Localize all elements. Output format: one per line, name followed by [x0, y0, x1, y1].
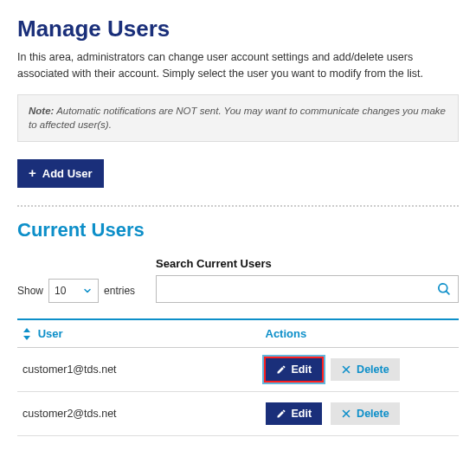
delete-label: Delete [357, 363, 389, 376]
search-label: Search Current Users [156, 257, 459, 270]
add-user-label: Add User [42, 167, 93, 180]
users-table: User Actions customer1@tds.netEditDelete… [17, 318, 459, 437]
col-user-header[interactable]: User [17, 319, 261, 348]
search-icon[interactable] [429, 281, 458, 296]
edit-button[interactable]: Edit [266, 402, 323, 425]
table-row: customer1@tds.netEditDelete [17, 348, 459, 392]
page-size-control: Show 10 entries [17, 263, 135, 303]
delete-button[interactable]: Delete [331, 402, 400, 425]
actions-cell: EditDelete [261, 392, 460, 436]
add-user-button[interactable]: + Add User [17, 159, 104, 188]
pencil-icon [276, 364, 286, 375]
section-divider [17, 205, 459, 207]
current-users-heading: Current Users [17, 219, 459, 241]
page-size-value: 10 [55, 285, 66, 297]
user-cell: customer2@tds.net [17, 392, 261, 436]
page-intro: In this area, administrators can change … [17, 49, 459, 82]
entries-label: entries [104, 285, 135, 297]
note-text: Automatic notifications are NOT sent. Yo… [29, 106, 446, 131]
edit-button[interactable]: Edit [266, 358, 323, 381]
col-actions-label: Actions [266, 327, 307, 340]
user-cell: customer1@tds.net [17, 348, 261, 392]
close-icon [341, 408, 351, 419]
note-label: Note: [29, 106, 54, 116]
pencil-icon [276, 408, 286, 419]
chevron-down-icon [82, 286, 93, 296]
table-row: customer2@tds.netEditDelete [17, 392, 459, 436]
delete-button[interactable]: Delete [331, 358, 400, 381]
svg-line-1 [446, 292, 448, 294]
edit-label: Edit [292, 363, 312, 376]
sort-icon [23, 328, 31, 340]
show-label: Show [17, 285, 43, 297]
col-user-label: User [38, 327, 63, 340]
svg-marker-2 [23, 328, 30, 332]
edit-label: Edit [292, 408, 312, 420]
search-input[interactable] [157, 276, 429, 302]
note-box: Note: Automatic notifications are NOT se… [17, 94, 459, 142]
svg-marker-3 [23, 336, 30, 340]
search-field [156, 275, 459, 303]
col-actions-header: Actions [261, 319, 460, 348]
delete-label: Delete [357, 408, 389, 420]
page-size-select[interactable]: 10 [48, 279, 99, 303]
page-title: Manage Users [17, 16, 459, 42]
close-icon [341, 364, 351, 375]
actions-cell: EditDelete [261, 348, 460, 392]
